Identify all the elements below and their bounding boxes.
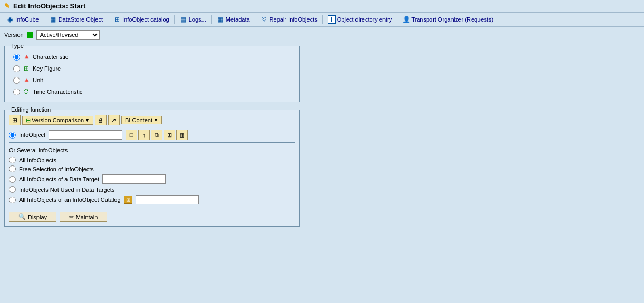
version-comparison-arrow: ▼ — [85, 118, 90, 123]
not-used-row: InfoObjects Not Used in Data Targets — [9, 185, 295, 194]
editing-section: Editing function ⊞ ⊞ Version Comparison … — [4, 106, 300, 227]
maintain-label: Maintain — [76, 214, 98, 220]
editing-legend: Editing function — [9, 106, 53, 113]
main-toolbar: ◉ InfoCube ▦ DataStore Object ⊞ InfoObje… — [0, 13, 644, 27]
type-timechar-row: ⏱ Time Characteristic — [9, 86, 295, 97]
toolbar-infocube[interactable]: ◉ InfoCube — [3, 14, 42, 25]
toolbar-object-directory[interactable]: i Object directory entry — [325, 14, 395, 25]
toolbar-infocube-label: InfoCube — [15, 16, 39, 23]
transport-icon: 👤 — [402, 15, 410, 24]
infoobject-icon-group: □ ↑ ⧉ ⊞ 🗑 — [126, 130, 188, 140]
display-icon: 🔍 — [18, 213, 26, 220]
repair-icon: ⛭ — [260, 15, 268, 24]
toolbar-repair-label: Repair InfoObjects — [270, 16, 318, 23]
type-keyfigure-radio[interactable] — [13, 65, 20, 72]
edit-icon-btn-1[interactable]: ⊞ — [9, 115, 21, 125]
free-selection-label[interactable]: Free Selection of InfoObjects — [19, 166, 94, 172]
catalog-small-icon: ⊞ — [124, 196, 132, 204]
all-catalog-row: All InfoObjects of an InfoObject Catalog… — [9, 194, 295, 206]
toolbar-metadata-label: Metadata — [226, 16, 250, 23]
toolbar-transport[interactable]: 👤 Transport Organizer (Requests) — [399, 14, 496, 25]
not-used-label[interactable]: InfoObjects Not Used in Data Targets — [19, 187, 114, 193]
toolbar-logs-label: Logs... — [189, 16, 206, 23]
toolbar-datastore[interactable]: ▦ DataStore Object — [46, 14, 105, 25]
type-unit-radio[interactable] — [13, 77, 20, 84]
display-label: Display — [28, 214, 47, 220]
sep-2 — [108, 15, 108, 24]
all-data-target-radio[interactable] — [9, 176, 16, 183]
free-selection-radio[interactable] — [9, 165, 16, 172]
page-title: Edit InfoObjects: Start — [13, 2, 85, 10]
all-data-target-label[interactable]: All InfoObjects of a Data Target — [19, 176, 99, 182]
type-keyfigure-label[interactable]: Key Figure — [33, 65, 61, 72]
toolbar-metadata[interactable]: ▦ Metadata — [214, 14, 253, 25]
several-section: Or Several InfoObjects All InfoObjects F… — [9, 147, 295, 206]
sep-1 — [44, 15, 44, 24]
all-infoobjects-radio[interactable] — [9, 157, 16, 163]
data-target-input[interactable] — [102, 174, 166, 184]
version-comparison-label: Version Comparison — [32, 117, 84, 123]
datastore-icon: ▦ — [49, 15, 57, 24]
infoobject-row: InfoObject □ ↑ ⧉ ⊞ 🗑 — [9, 130, 295, 140]
all-infoobjects-label[interactable]: All InfoObjects — [19, 157, 56, 163]
sep-4 — [211, 15, 212, 24]
toolbar-datastore-label: DataStore Object — [59, 16, 103, 23]
infoobject-new-btn[interactable]: □ — [126, 130, 137, 140]
version-label: Version — [4, 32, 24, 38]
several-title: Or Several InfoObjects — [9, 147, 295, 153]
bottom-buttons: 🔍 Display ✏ Maintain — [9, 212, 295, 222]
type-timechar-radio[interactable] — [13, 89, 20, 95]
all-catalog-radio[interactable] — [9, 197, 16, 203]
type-unit-label[interactable]: Unit — [33, 77, 43, 83]
infoobject-delete-btn[interactable]: 🗑 — [176, 130, 188, 140]
bi-content-arrow: ▼ — [153, 118, 158, 123]
bi-content-btn[interactable]: BI Content ▼ — [121, 116, 162, 124]
export-btn[interactable]: ↗ — [108, 115, 120, 125]
unit-icon: 🔺 — [22, 76, 31, 84]
type-characteristic-radio[interactable] — [13, 54, 20, 61]
metadata-icon: ▦ — [216, 15, 225, 24]
version-select[interactable]: Active/Revised Active Revised — [36, 30, 100, 40]
version-indicator — [27, 32, 33, 38]
main-content: Version Active/Revised Active Revised Ty… — [0, 27, 644, 234]
type-timechar-label[interactable]: Time Characteristic — [33, 89, 82, 95]
toolbar-repair[interactable]: ⛭ Repair InfoObjects — [257, 14, 320, 25]
bi-content-label: BI Content — [125, 117, 152, 123]
toolbar-object-directory-label: Object directory entry — [337, 16, 392, 23]
sep-6 — [322, 15, 323, 24]
not-used-radio[interactable] — [9, 186, 16, 193]
type-unit-row: 🔺 Unit — [9, 74, 295, 86]
sep-5 — [255, 15, 255, 24]
editing-toolbar: ⊞ ⊞ Version Comparison ▼ 🖨 ↗ BI Content … — [9, 115, 295, 125]
logs-icon: ▤ — [179, 15, 188, 24]
infoobject-radio[interactable] — [9, 132, 16, 139]
infoobject-catalog-icon: ⊞ — [113, 15, 121, 24]
maintain-icon: ✏ — [69, 213, 74, 220]
maintain-button[interactable]: ✏ Maintain — [60, 212, 107, 222]
keyfigure-icon: ⊞ — [22, 64, 31, 73]
type-keyfigure-row: ⊞ Key Figure — [9, 63, 295, 74]
all-catalog-label[interactable]: All InfoObjects of an InfoObject Catalog — [19, 197, 121, 203]
infoobject-up-btn[interactable]: ↑ — [138, 130, 150, 140]
type-section: Type 🔺 Characteristic ⊞ Key Figure 🔺 Uni… — [4, 43, 300, 102]
toolbar-infoobject-catalog-label: InfoObject catalog — [122, 16, 169, 23]
version-comparison-btn[interactable]: ⊞ Version Comparison ▼ — [22, 116, 93, 125]
title-bar: ✎ Edit InfoObjects: Start — [0, 0, 644, 13]
toolbar-transport-label: Transport Organizer (Requests) — [411, 16, 493, 23]
catalog-input[interactable] — [136, 195, 199, 204]
object-directory-icon: i — [328, 15, 336, 24]
sep-7 — [397, 15, 397, 24]
toolbar-logs[interactable]: ▤ Logs... — [177, 14, 209, 25]
infoobject-copy-btn[interactable]: ⧉ — [151, 130, 162, 140]
infocube-icon: ◉ — [6, 15, 14, 24]
infoobject-grid-btn[interactable]: ⊞ — [164, 130, 175, 140]
type-legend: Type — [9, 43, 26, 49]
type-characteristic-label[interactable]: Characteristic — [33, 54, 68, 60]
type-characteristic-row: 🔺 Characteristic — [9, 51, 295, 63]
infoobject-label[interactable]: InfoObject — [19, 132, 45, 138]
toolbar-infoobject-catalog[interactable]: ⊞ InfoObject catalog — [110, 14, 172, 25]
free-selection-row: Free Selection of InfoObjects — [9, 164, 295, 173]
display-button[interactable]: 🔍 Display — [9, 212, 56, 222]
print-btn[interactable]: 🖨 — [95, 115, 107, 125]
infoobject-input[interactable] — [49, 130, 122, 140]
